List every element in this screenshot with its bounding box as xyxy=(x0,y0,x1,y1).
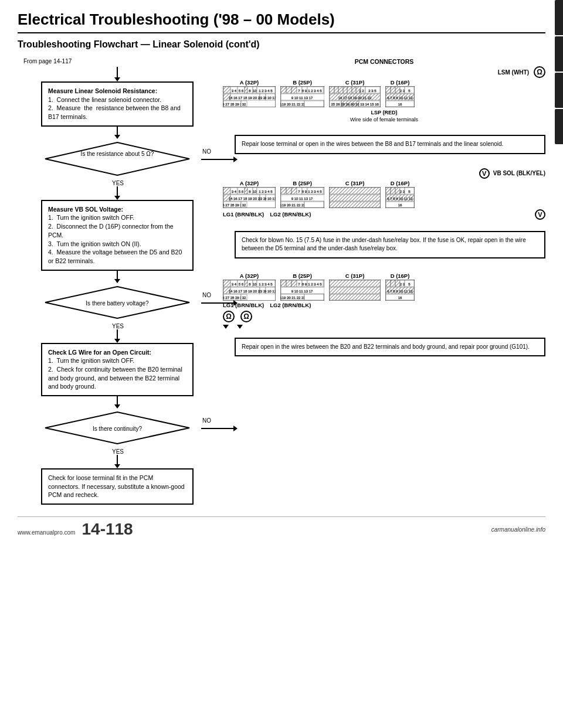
yes-arrow-2 xyxy=(114,339,120,343)
box3-step1: 1. Turn the ignition switch OFF. xyxy=(48,357,134,364)
connector-c3-block: C (31P) xyxy=(329,273,381,301)
connector-b3-label: B (25P) xyxy=(293,273,312,279)
arrow-1 xyxy=(114,77,120,81)
svg-text:1   2   3 4 5: 1 2 3 4 5 xyxy=(259,89,273,93)
svg-rect-183 xyxy=(330,280,381,287)
diamond1-container: Is the resistance about 5 Ω? NO xyxy=(44,141,191,178)
yes-line-v3 xyxy=(117,455,118,464)
svg-rect-88 xyxy=(245,188,247,194)
no-line-h2 xyxy=(201,302,233,304)
lsm-label: LSM (WHT) xyxy=(498,69,529,76)
svg-rect-142 xyxy=(223,280,230,287)
repair-box1-text: Repair loose terminal or open in the wir… xyxy=(242,141,503,147)
no-line-h1 xyxy=(201,159,233,160)
svg-text:9 10 11: 9 10 11 xyxy=(264,290,276,293)
svg-rect-180 xyxy=(304,294,324,300)
yes-arrow-3 xyxy=(114,464,120,468)
svg-rect-35 xyxy=(291,87,297,93)
svg-rect-130 xyxy=(391,188,395,194)
lg-labels-row-2: LG1 (BRN/BLK) LG2 (BRN/BLK) xyxy=(223,302,545,308)
connector-d3-block: D (16P) 2 3 5 xyxy=(385,273,415,301)
svg-text:14  16 17 18 19 20 21: 14 16 17 18 19 20 21 xyxy=(229,96,262,100)
yes-line-v1 xyxy=(117,186,118,196)
box2-title: Measure VB SOL Voltage: xyxy=(48,206,123,213)
yes-arrow-1 xyxy=(114,196,120,200)
vb-sol-section: V VB SOL (BLK/YEL) A (32P) 3 4 xyxy=(223,168,545,222)
connector-a2-label: A (32P) xyxy=(240,180,259,186)
repair-loose-terminal-box: Repair loose terminal or open in the wir… xyxy=(235,135,545,154)
lg2-label-2: LG2 (BRN/BLK) xyxy=(270,302,311,308)
connector-c2-block: C (31P) xyxy=(329,180,381,208)
connector-c2-label: C (31P) xyxy=(345,180,365,186)
page-number: 14-118 xyxy=(82,520,133,538)
box1-step2: 2. Measure the resistance between the B8… xyxy=(48,104,181,120)
svg-text:119 20  21 22  23: 119 20 21 22 23 xyxy=(280,103,306,106)
svg-text:3 4: 3 4 xyxy=(232,89,237,93)
conn-b-svg: 7 8 9 1 2 3 4 5 9 10 11 13 17 xyxy=(280,86,324,107)
connector-v4 xyxy=(117,396,118,404)
box3-step2: 2. Check for continuity between the B20 … xyxy=(48,366,182,390)
no-label-2: NO xyxy=(202,292,211,298)
right-edge-tabs xyxy=(555,0,563,145)
box2-step1: 1. Turn the ignition switch OFF. xyxy=(48,214,134,221)
connector-d-block: D (16P) 2 3 5 xyxy=(385,79,415,107)
connector-c-label: C (31P) xyxy=(345,79,365,86)
svg-rect-54 xyxy=(352,87,356,93)
svg-rect-52 xyxy=(343,87,347,93)
edge-tab-3 xyxy=(555,73,563,108)
main-title: Electrical Troubleshooting ('98 – 00 Mod… xyxy=(18,11,545,29)
svg-rect-124 xyxy=(330,188,381,194)
svg-text:25  26: 25 26 xyxy=(331,103,340,106)
omega-row: Ω Ω xyxy=(223,311,545,322)
svg-text:14  16 17 18 19 20 21: 14 16 17 18 19 20 21 xyxy=(229,290,262,293)
omega-circle-2: Ω xyxy=(240,311,252,322)
footer-bar: www.emanualpro.com 14-118 carmanualonlin… xyxy=(18,516,545,539)
connector-b2-block: B (25P) 7 8 9 xyxy=(280,180,324,208)
svg-rect-12 xyxy=(245,87,247,93)
svg-text:10: 10 xyxy=(253,89,257,93)
repair-box-3-wrapper: Repair open in the wires between the B20… xyxy=(235,338,545,362)
box1-title: Measure Linear Solenoid Resistance: xyxy=(48,87,157,94)
svg-text:9 10 11: 9 10 11 xyxy=(264,197,276,200)
svg-text:9 10 11: 9 10 11 xyxy=(264,96,276,100)
svg-rect-49 xyxy=(330,87,334,93)
svg-rect-189 xyxy=(391,280,395,287)
omega-circle-1: Ω xyxy=(223,311,235,322)
check-fuse-text: Check for blown No. 15 (7.5 A) fuse in t… xyxy=(242,237,526,252)
connector-b-label: B (25P) xyxy=(293,79,312,86)
conn-c3-svg xyxy=(329,280,381,301)
svg-rect-33 xyxy=(281,87,286,93)
lg-labels-row: LG1 (BRN/BLK) LG2 (BRN/BLK) V xyxy=(223,209,545,220)
conn-b2-svg: 7 8 9 1 2 3 4 5 9 10 11 13 17 xyxy=(280,187,324,208)
svg-rect-121 xyxy=(304,202,324,207)
pcm-section-1: PCM CONNECTORS LSM (WHT) Ω A (32P) xyxy=(223,58,545,126)
lsp-label: LSP (RED) xyxy=(223,110,545,115)
svg-text:32: 32 xyxy=(242,296,246,300)
svg-rect-110 xyxy=(291,188,297,194)
svg-text:5 6: 5 6 xyxy=(239,283,244,286)
svg-rect-167 xyxy=(281,280,286,287)
svg-rect-125 xyxy=(330,195,381,201)
svg-rect-147 xyxy=(245,280,247,287)
connector-a-grid: 3 4 5 6 8 10 1 2 3 4 5 xyxy=(223,86,276,108)
repair-box-1-wrapper: Repair loose terminal or open in the wir… xyxy=(235,135,545,159)
svg-text:1   2   3 4 5: 1 2 3 4 5 xyxy=(259,190,273,193)
box4-content: Check for loose terminal fit in the PCM … xyxy=(48,474,185,498)
svg-rect-190 xyxy=(395,280,400,287)
connector-a-block: A (32P) 3 4 xyxy=(223,79,276,108)
no-label-1: NO xyxy=(202,148,211,155)
svg-text:2 3: 2 3 xyxy=(400,190,405,193)
vb-sol-label: VB SOL (BLK/YEL) xyxy=(493,170,545,176)
conn-a3-svg: 3 4 5 6 8 10 1 2 3 4 5 xyxy=(223,280,276,301)
conn-a2-svg: 3 4 5 6 8 10 1 2 3 4 5 xyxy=(223,187,276,208)
check-lg-wire-box: Check LG Wire for an Open Circuit: 1. Tu… xyxy=(41,343,194,396)
yes-branch-1: YES xyxy=(18,180,217,200)
connector-row-1: A (32P) 3 4 xyxy=(223,79,545,108)
svg-text:6 7 8 9 10 11 12: 6 7 8 9 10 11 12 xyxy=(387,96,413,100)
svg-text:13 14 15 16: 13 14 15 16 xyxy=(360,103,379,106)
svg-text:16: 16 xyxy=(398,296,402,300)
connector-a3-block: A (32P) 3 4 5 6 8 xyxy=(223,273,276,301)
svg-rect-129 xyxy=(386,188,391,194)
svg-rect-50 xyxy=(334,87,338,93)
svg-text:3 4: 3 4 xyxy=(232,283,237,286)
